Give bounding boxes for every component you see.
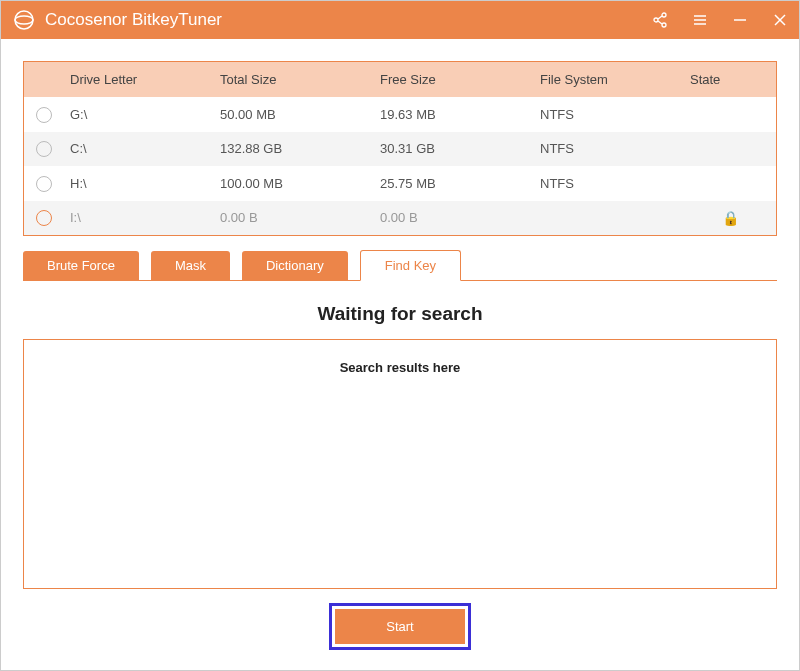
start-button[interactable]: Start: [335, 609, 465, 644]
footer: Start: [23, 589, 777, 654]
cell-total: 50.00 MB: [214, 97, 374, 132]
drive-table: Drive Letter Total Size Free Size File S…: [23, 61, 777, 236]
cell-state: 🔒: [684, 201, 776, 236]
tab-find-key[interactable]: Find Key: [360, 250, 461, 281]
table-row[interactable]: I:\ 0.00 B 0.00 B 🔒: [24, 201, 776, 236]
cell-fs: NTFS: [534, 97, 684, 132]
status-heading: Waiting for search: [23, 303, 777, 325]
svg-point-3: [654, 18, 658, 22]
cell-state: [684, 132, 776, 167]
cell-drive: I:\: [64, 201, 214, 236]
cell-free: 25.75 MB: [374, 166, 534, 201]
share-icon[interactable]: [651, 11, 669, 29]
svg-point-4: [662, 23, 666, 27]
cell-total: 132.88 GB: [214, 132, 374, 167]
col-header-fs: File System: [534, 62, 684, 97]
cell-fs: [534, 201, 684, 236]
col-header-state: State: [684, 62, 776, 97]
radio-icon[interactable]: [36, 176, 52, 192]
table-row[interactable]: C:\ 132.88 GB 30.31 GB NTFS: [24, 132, 776, 167]
tab-mask[interactable]: Mask: [151, 251, 230, 280]
col-header-total: Total Size: [214, 62, 374, 97]
table-row[interactable]: G:\ 50.00 MB 19.63 MB NTFS: [24, 97, 776, 132]
table-row[interactable]: H:\ 100.00 MB 25.75 MB NTFS: [24, 166, 776, 201]
app-logo-icon: [13, 9, 35, 31]
col-header-drive: Drive Letter: [64, 62, 214, 97]
radio-icon[interactable]: [36, 141, 52, 157]
menu-icon[interactable]: [691, 11, 709, 29]
cell-total: 100.00 MB: [214, 166, 374, 201]
svg-point-1: [15, 16, 33, 24]
app-window: Cocosenor BitkeyTuner Drive Letter Total…: [0, 0, 800, 671]
app-title: Cocosenor BitkeyTuner: [45, 10, 651, 30]
cell-free: 0.00 B: [374, 201, 534, 236]
radio-icon[interactable]: [36, 210, 52, 226]
tabs: Brute Force Mask Dictionary Find Key: [23, 250, 777, 281]
cell-drive: G:\: [64, 97, 214, 132]
cell-total: 0.00 B: [214, 201, 374, 236]
titlebar: Cocosenor BitkeyTuner: [1, 1, 799, 39]
cell-fs: NTFS: [534, 132, 684, 167]
results-panel: Search results here: [23, 339, 777, 589]
lock-icon: 🔒: [722, 210, 739, 226]
cell-free: 30.31 GB: [374, 132, 534, 167]
tab-dictionary[interactable]: Dictionary: [242, 251, 348, 280]
table-header-row: Drive Letter Total Size Free Size File S…: [24, 62, 776, 97]
radio-icon[interactable]: [36, 107, 52, 123]
cell-fs: NTFS: [534, 166, 684, 201]
cell-state: [684, 166, 776, 201]
cell-drive: C:\: [64, 132, 214, 167]
tab-brute-force[interactable]: Brute Force: [23, 251, 139, 280]
col-header-free: Free Size: [374, 62, 534, 97]
svg-line-6: [658, 21, 662, 24]
cell-state: [684, 97, 776, 132]
cell-free: 19.63 MB: [374, 97, 534, 132]
svg-point-2: [662, 13, 666, 17]
main-content: Drive Letter Total Size Free Size File S…: [1, 39, 799, 670]
start-button-highlight: Start: [329, 603, 471, 650]
results-placeholder: Search results here: [44, 360, 756, 375]
svg-point-0: [15, 11, 33, 29]
svg-line-5: [658, 16, 662, 19]
close-icon[interactable]: [771, 11, 789, 29]
cell-drive: H:\: [64, 166, 214, 201]
minimize-icon[interactable]: [731, 11, 749, 29]
